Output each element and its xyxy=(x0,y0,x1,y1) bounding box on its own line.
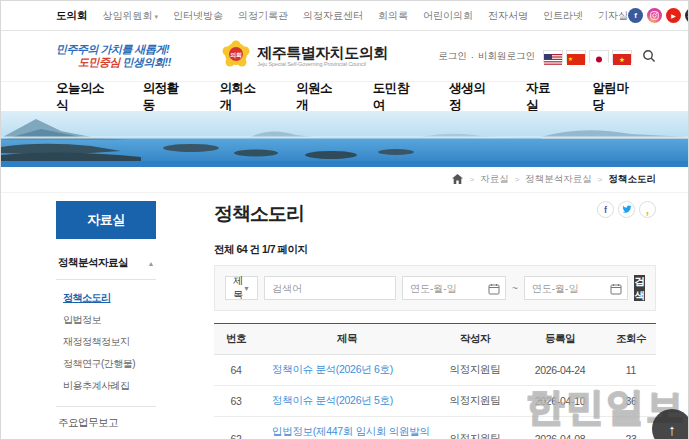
top-link-council[interactable]: 도의회 xyxy=(56,9,88,23)
nav-citizen-participation[interactable]: 도민참여 xyxy=(373,80,414,114)
guest-login-link[interactable]: 비회원로그인 xyxy=(478,50,535,63)
logo-text: 제주특별자치도의회 Jeju Special Self-Governing Pr… xyxy=(257,45,388,68)
top-link-press-room[interactable]: 기자실 xyxy=(598,9,628,23)
sidebar-item-policy-sodori[interactable]: 정책소도리 xyxy=(63,287,154,309)
top-link-minutes[interactable]: 회의록 xyxy=(378,9,408,23)
scroll-to-top-button[interactable]: ↑ xyxy=(652,409,689,440)
site-header: 민주주의 가치를 새롭게! 도민중심 민생의회!! 의회 xyxy=(1,31,688,81)
page: 도의회 상임위원회▾ 인터넷방송 의정기록관 의정자료센터 회의록 어린이의회 … xyxy=(1,1,688,439)
nav-data-room[interactable]: 자료실 xyxy=(526,80,556,114)
search-icon[interactable] xyxy=(640,47,658,65)
flag-vietnam-icon[interactable]: ★ xyxy=(612,50,632,63)
top-links: 도의회 상임위원회▾ 인터넷방송 의정기록관 의정자료센터 회의록 어린이의회 … xyxy=(56,9,628,23)
cell-date: 2026-04-10 xyxy=(514,386,606,417)
cell-views: 23 xyxy=(606,417,656,440)
flag-usa-icon[interactable] xyxy=(543,50,563,63)
chevron-down-icon: ▾ xyxy=(155,13,159,20)
sidebar-section-policy-analysis[interactable]: 정책분석자료실 ▲ xyxy=(56,247,156,280)
top-link-intranet[interactable]: 인트라넷 xyxy=(543,9,583,23)
share-buttons: f , xyxy=(597,201,656,218)
top-link-records[interactable]: 의정기록관 xyxy=(238,9,288,23)
top-link-data-center[interactable]: 의정자료센터 xyxy=(303,9,363,23)
post-link[interactable]: 입법정보(제447회 임시회 의원발의 조례) xyxy=(272,425,430,440)
cell-no: 64 xyxy=(214,355,258,386)
cell-title: 정책이슈 분석(2026년 6호) xyxy=(258,355,436,386)
search-category-select[interactable]: 제목 ▼ xyxy=(225,276,258,300)
board-table: 번호 제목 작성자 등록일 조회수 64 정책이슈 분석(2026년 6호) 의… xyxy=(214,323,656,440)
share-facebook-icon[interactable]: f xyxy=(597,201,614,218)
language-flags: ★ ★ xyxy=(543,50,632,63)
nav-council-activity[interactable]: 의정활동 xyxy=(143,80,184,114)
nav-today-news[interactable]: 오늘의소식 xyxy=(56,80,107,114)
breadcrumb-policy-analysis[interactable]: 정책분석자료실 xyxy=(525,173,592,186)
font-increase-icon[interactable]: 가+ xyxy=(685,8,689,23)
instagram-icon[interactable] xyxy=(647,8,662,23)
cell-date: 2026-04-08 xyxy=(514,417,606,440)
top-utility-bar: 도의회 상임위원회▾ 인터넷방송 의정기록관 의정자료센터 회의록 어린이의회 … xyxy=(1,1,688,31)
result-count: 전체 64 건 1/7 페이지 xyxy=(214,243,656,257)
sidebar-title: 자료실 xyxy=(56,201,156,239)
post-link[interactable]: 정책이슈 분석(2026년 6호) xyxy=(272,363,393,375)
youtube-icon[interactable]: ▶ xyxy=(666,8,681,23)
sidebar-item-policy-research[interactable]: 정책연구(간행물) xyxy=(63,353,154,375)
calendar-icon[interactable] xyxy=(610,281,622,299)
sidebar-section-major-work-report[interactable]: 주요업무보고 xyxy=(56,407,156,440)
site-logo[interactable]: 의회 제주특별자치도의회 Jeju Special Self-Governing… xyxy=(221,39,388,73)
share-kakao-icon[interactable]: , xyxy=(639,201,656,218)
col-header-views: 조회수 xyxy=(606,324,656,355)
breadcrumb-separator: > xyxy=(515,175,520,184)
login-separator: · xyxy=(471,51,474,62)
flag-china-icon[interactable]: ★ xyxy=(566,50,586,63)
col-header-author: 작성자 xyxy=(436,324,514,355)
sidebar-item-cost-estimation-cases[interactable]: 비용추계사례집 xyxy=(63,375,154,397)
calendar-icon[interactable] xyxy=(488,281,500,299)
nav-council-intro[interactable]: 의회소개 xyxy=(219,80,260,114)
top-link-committees[interactable]: 상임위원회▾ xyxy=(103,9,159,23)
coastal-banner-image xyxy=(1,111,688,167)
logo-title: 제주특별자치도의회 xyxy=(257,45,388,62)
sidebar: 자료실 정책분석자료실 ▲ 정책소도리 입법정보 재정정책정보지 정책연구(간행… xyxy=(56,201,156,440)
breadcrumb-separator: > xyxy=(469,175,474,184)
cell-author: 의정지원팀 xyxy=(436,355,514,386)
cell-author: 의정지원팀 xyxy=(436,386,514,417)
search-button[interactable]: 검색 xyxy=(634,275,645,301)
breadcrumb: > 자료실 > 정책분석자료실 > 정책소도리 xyxy=(452,173,656,186)
search-keyword-input[interactable] xyxy=(264,276,396,300)
table-row: 63 정책이슈 분석(2026년 5호) 의정지원팀 2026-04-10 36 xyxy=(214,386,656,417)
table-row: 62 입법정보(제447회 임시회 의원발의 조례) 의정지원팀 2026-04… xyxy=(214,417,656,440)
col-header-date: 등록일 xyxy=(514,324,606,355)
login-link[interactable]: 로그인 xyxy=(438,50,467,63)
share-twitter-icon[interactable] xyxy=(618,201,635,218)
sidebar-item-legislation-info[interactable]: 입법정보 xyxy=(63,309,154,331)
cell-title: 입법정보(제447회 임시회 의원발의 조례) xyxy=(258,417,436,440)
col-header-no: 번호 xyxy=(214,324,258,355)
social-links: f ▶ 가+ 가- xyxy=(628,8,689,23)
sidebar-item-fiscal-policy-journal[interactable]: 재정정책정보지 xyxy=(63,331,154,353)
flag-japan-icon[interactable] xyxy=(589,50,609,63)
breadcrumb-data-room[interactable]: 자료실 xyxy=(480,173,509,186)
council-emblem-icon: 의회 xyxy=(221,39,251,73)
cell-views: 36 xyxy=(606,386,656,417)
slogan-line1: 민주주의 가치를 새롭게! xyxy=(56,43,171,56)
nav-members-intro[interactable]: 의원소개 xyxy=(296,80,337,114)
nav-live-council[interactable]: 생생의정 xyxy=(449,80,490,114)
header-utilities: 로그인 · 비회원로그인 ★ ★ xyxy=(438,47,658,65)
post-link[interactable]: 정책이슈 분석(2026년 5호) xyxy=(272,394,393,406)
cell-title: 정책이슈 분석(2026년 5호) xyxy=(258,386,436,417)
cell-no: 63 xyxy=(214,386,258,417)
cell-author: 의정지원팀 xyxy=(436,417,514,440)
svg-text:의회: 의회 xyxy=(230,52,242,59)
top-link-e-signature[interactable]: 전자서명 xyxy=(488,9,528,23)
top-link-children-council[interactable]: 어린이의회 xyxy=(423,9,473,23)
nav-notice-board[interactable]: 알림마당 xyxy=(592,80,633,114)
login-links: 로그인 · 비회원로그인 xyxy=(438,50,535,63)
home-icon[interactable] xyxy=(452,174,463,186)
facebook-icon[interactable]: f xyxy=(628,8,643,23)
date-from-wrap xyxy=(402,276,506,300)
top-link-broadcast[interactable]: 인터넷방송 xyxy=(173,9,223,23)
breadcrumb-bar: > 자료실 > 정책분석자료실 > 정책소도리 xyxy=(1,167,688,193)
svg-text:★: ★ xyxy=(619,55,625,62)
main-navigation: 오늘의소식 의정활동 의회소개 의원소개 도민참여 생생의정 자료실 알림마당 xyxy=(1,81,688,111)
sidebar-submenu: 정책소도리 입법정보 재정정책정보지 정책연구(간행물) 비용추계사례집 xyxy=(56,280,156,407)
date-to-wrap xyxy=(524,276,628,300)
